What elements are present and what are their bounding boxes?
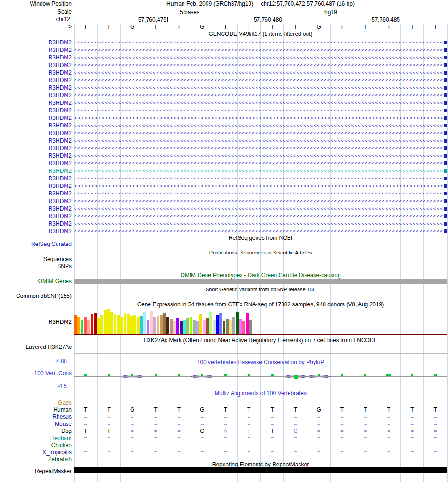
gene-row-item[interactable]: <<<<<<<<<<<<<<<<<<<<<<<<<<<<<<<<<<<<<<<<…	[74, 228, 447, 235]
gtex-bar[interactable]	[190, 317, 192, 334]
gtex-bar[interactable]	[193, 320, 196, 334]
gene-row-label[interactable]: R3HDM2	[0, 47, 72, 53]
gtex-bar[interactable]	[186, 318, 189, 334]
gtex-bar[interactable]	[229, 320, 232, 334]
gene-exon-block[interactable]	[444, 154, 447, 158]
gene-exon-block[interactable]	[444, 93, 447, 97]
gene-row-item[interactable]: <<<<<<<<<<<<<<<<<<<<<<<<<<<<<<<<<<<<<<<<…	[74, 190, 447, 197]
multiz-track-title[interactable]: Multiz Alignments of 100 Vertebrates	[74, 390, 447, 397]
dbsnp-track-title[interactable]: Short Genetic Variants from dbSNP releas…	[74, 287, 447, 293]
gene-row-item[interactable]: <<<<<<<<<<<<<<<<<<<<<<<<<<<<<<<<<<<<<<<<…	[74, 129, 447, 137]
phylop-score-mark[interactable]	[248, 374, 250, 376]
gene-exon-block[interactable]	[444, 48, 447, 52]
gtex-bar[interactable]	[160, 315, 163, 334]
gtex-bar[interactable]	[97, 318, 100, 334]
gtex-bar[interactable]	[120, 317, 123, 334]
gene-exon-block[interactable]	[444, 109, 447, 112]
gtex-bar[interactable]	[133, 315, 136, 334]
gtex-bar[interactable]	[163, 313, 166, 334]
gene-row-label[interactable]: R3HDM2	[0, 100, 72, 106]
gtex-bar[interactable]	[213, 320, 216, 334]
gene-row-label[interactable]: R3HDM2	[0, 183, 72, 189]
repeatmasker-item[interactable]	[74, 467, 447, 473]
gencode-track-title[interactable]: GENCODE V49lift37 (1 items filtered out)	[74, 31, 447, 37]
gtex-bar[interactable]	[104, 310, 107, 334]
gene-exon-block[interactable]	[444, 124, 447, 127]
gene-row-item[interactable]: <<<<<<<<<<<<<<<<<<<<<<<<<<<<<<<<<<<<<<<<…	[74, 175, 447, 182]
gtex-bar[interactable]	[232, 317, 235, 334]
gtex-track-title[interactable]: Gene Expression in 54 tissues from GTEx …	[74, 302, 447, 308]
gtex-bar[interactable]	[77, 317, 80, 334]
gtex-gene-model-line[interactable]	[74, 334, 447, 335]
phylop-negative-arc[interactable]	[191, 375, 213, 378]
phylop-score-mark[interactable]	[411, 374, 413, 376]
gtex-bar[interactable]	[219, 313, 222, 334]
gtex-bar[interactable]	[242, 321, 245, 334]
gtex-bar[interactable]	[180, 321, 183, 334]
omim-genes-label[interactable]: OMIM Genes	[0, 279, 72, 285]
gene-exon-block[interactable]	[444, 229, 447, 233]
gtex-bar[interactable]	[206, 318, 209, 334]
refseq-curated-item[interactable]	[74, 245, 447, 245]
gene-row-label[interactable]: R3HDM2	[0, 138, 72, 144]
species-label-x-tropicalis[interactable]: X_tropicalis	[0, 449, 72, 456]
gene-exon-block[interactable]	[444, 214, 447, 218]
gtex-bar[interactable]	[137, 317, 140, 334]
phylop-track-title[interactable]: 100 vertebrates Basewise Conservation by…	[74, 359, 447, 365]
gene-row-item[interactable]: <<<<<<<<<<<<<<<<<<<<<<<<<<<<<<<<<<<<<<<<…	[74, 114, 447, 122]
h3k27ac-track-title[interactable]: H3K27Ac Mark (Often Found Near Active Re…	[74, 338, 447, 344]
gene-exon-block[interactable]	[444, 146, 447, 150]
gene-exon-block[interactable]	[444, 101, 447, 105]
phylop-score-mark[interactable]	[341, 374, 343, 376]
gtex-gene-label[interactable]: R3HDM2	[0, 319, 72, 325]
gene-exon-block[interactable]	[444, 41, 447, 44]
gene-exon-block[interactable]	[444, 116, 447, 120]
gene-exon-block[interactable]	[444, 131, 447, 135]
gene-row-label[interactable]: R3HDM2	[0, 198, 72, 204]
gtex-bar[interactable]	[239, 319, 242, 334]
gtex-bar[interactable]	[226, 319, 229, 334]
gtex-bar[interactable]	[150, 311, 153, 334]
gene-exon-block[interactable]	[444, 56, 447, 59]
phylop-negative-arc[interactable]	[122, 375, 143, 378]
gene-row-label[interactable]: R3HDM2	[0, 108, 72, 114]
gtex-bar[interactable]	[203, 320, 206, 334]
gtex-bar[interactable]	[100, 315, 103, 334]
gene-row-label[interactable]: R3HDM2	[0, 130, 72, 136]
phylop-score-mark[interactable]	[84, 374, 87, 376]
species-label-zebrafish[interactable]: Zebrafish	[0, 457, 72, 463]
gtex-bar[interactable]	[143, 312, 146, 334]
gene-exon-block[interactable]	[444, 222, 447, 226]
gtex-bar[interactable]	[74, 315, 77, 334]
gene-row-item[interactable]: <<<<<<<<<<<<<<<<<<<<<<<<<<<<<<<<<<<<<<<<…	[74, 84, 447, 92]
gene-exon-block[interactable]	[444, 207, 447, 211]
gene-row-item[interactable]: <<<<<<<<<<<<<<<<<<<<<<<<<<<<<<<<<<<<<<<<…	[74, 122, 447, 129]
h3k27ac-label[interactable]: Layered H3K27Ac	[0, 344, 72, 350]
species-label-gaps[interactable]: Gaps	[0, 400, 72, 406]
gtex-bar[interactable]	[140, 316, 143, 334]
gene-row-item[interactable]: <<<<<<<<<<<<<<<<<<<<<<<<<<<<<<<<<<<<<<<<…	[74, 205, 447, 212]
snps-label[interactable]: SNPs	[0, 263, 72, 270]
gtex-bar[interactable]	[157, 316, 159, 334]
gene-row-item[interactable]: <<<<<<<<<<<<<<<<<<<<<<<<<<<<<<<<<<<<<<<<…	[74, 212, 447, 220]
refseq-curated-label[interactable]: RefSeq Curated	[0, 241, 72, 247]
gene-row-item[interactable]: <<<<<<<<<<<<<<<<<<<<<<<<<<<<<<<<<<<<<<<<…	[74, 152, 447, 160]
gene-row-item[interactable]: <<<<<<<<<<<<<<<<<<<<<<<<<<<<<<<<<<<<<<<<…	[74, 167, 447, 175]
gene-exon-block[interactable]	[444, 139, 447, 143]
gtex-bar[interactable]	[196, 321, 199, 334]
omim-genes-item[interactable]	[74, 279, 447, 284]
gene-row-item[interactable]: <<<<<<<<<<<<<<<<<<<<<<<<<<<<<<<<<<<<<<<<…	[74, 107, 447, 114]
gtex-bar[interactable]	[107, 309, 110, 334]
gene-row-item[interactable]: <<<<<<<<<<<<<<<<<<<<<<<<<<<<<<<<<<<<<<<<…	[74, 69, 447, 76]
gene-row-label[interactable]: R3HDM2	[0, 213, 72, 220]
phylop-track-label[interactable]: 100 Vert. Cons	[0, 371, 72, 377]
gene-row-label[interactable]: R3HDM2	[0, 85, 72, 91]
gtex-bar[interactable]	[223, 321, 225, 334]
gene-row-label[interactable]: R3HDM2	[0, 62, 72, 68]
gtex-bar[interactable]	[166, 317, 169, 334]
gene-row-label[interactable]: R3HDM2	[0, 115, 72, 121]
gene-row-item[interactable]: <<<<<<<<<<<<<<<<<<<<<<<<<<<<<<<<<<<<<<<<…	[74, 92, 447, 99]
gene-row-item[interactable]: <<<<<<<<<<<<<<<<<<<<<<<<<<<<<<<<<<<<<<<<…	[74, 54, 447, 61]
phylop-score-mark[interactable]	[178, 374, 180, 376]
gtex-bar[interactable]	[170, 319, 173, 334]
